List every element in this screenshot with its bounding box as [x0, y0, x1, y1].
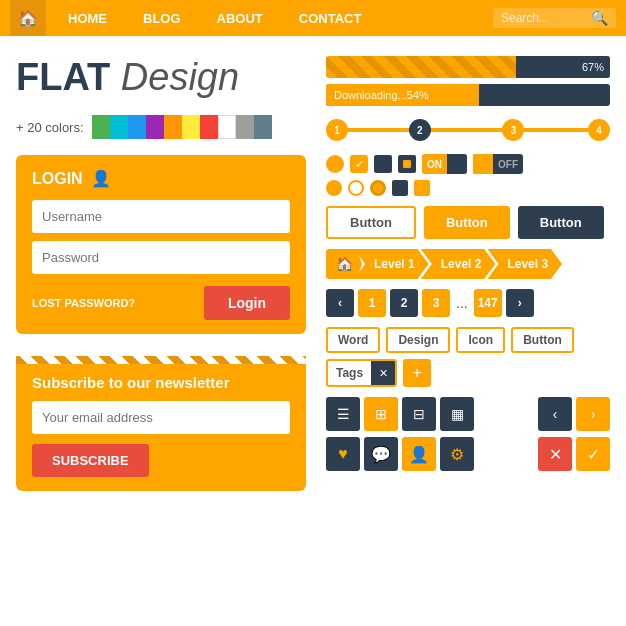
title-section: FLAT Design [16, 56, 306, 99]
button-orange[interactable]: Button [424, 206, 510, 239]
icon-gear[interactable]: ⚙ [440, 437, 474, 471]
pagination-2[interactable]: 2 [390, 289, 418, 317]
confirm-check-button[interactable]: ✓ [576, 437, 610, 471]
toggle-on[interactable]: ON [422, 154, 467, 174]
login-title: LOGIN [32, 170, 83, 188]
pagination-147[interactable]: 147 [474, 289, 502, 317]
swatch-gray [236, 115, 254, 139]
pagination-next[interactable]: › [506, 289, 534, 317]
swatch-blue [128, 115, 146, 139]
swatch-green [92, 115, 110, 139]
icon-chat[interactable]: 💬 [364, 437, 398, 471]
icon-heart[interactable]: ♥ [326, 437, 360, 471]
search-icon[interactable]: 🔍 [591, 10, 608, 26]
swatch-white [218, 115, 236, 139]
swatch-yellow [182, 115, 200, 139]
nav-home[interactable]: HOME [50, 0, 125, 36]
nav-prev-arrow[interactable]: ‹ [538, 397, 572, 431]
button-outline[interactable]: Button [326, 206, 416, 239]
tags-badge: Tags ✕ [326, 359, 397, 387]
swatch-cyan [110, 115, 128, 139]
tag-design[interactable]: Design [386, 327, 450, 353]
bottom-icons-row: ♥ 💬 👤 ⚙ ✕ ✓ [326, 437, 610, 471]
view-grid-sm[interactable]: ⊞ [364, 397, 398, 431]
slider-node-2[interactable]: 2 [409, 119, 431, 141]
download-label: Downloading...54% [334, 89, 429, 101]
checkbox-orange[interactable] [414, 180, 430, 196]
tag-button[interactable]: Button [511, 327, 574, 353]
radio-filled[interactable] [326, 180, 342, 196]
username-input[interactable] [32, 200, 290, 233]
pagination-1[interactable]: 1 [358, 289, 386, 317]
pagination-prev[interactable]: ‹ [326, 289, 354, 317]
password-input[interactable] [32, 241, 290, 274]
buttons-row: Button Button Button [326, 206, 610, 239]
title-design: Design [121, 56, 239, 98]
user-icon: 👤 [91, 169, 111, 188]
confirm-x-button[interactable]: ✕ [538, 437, 572, 471]
login-box: LOGIN 👤 LOST PASSWORD? Login [16, 155, 306, 334]
progress-pct: 67% [582, 61, 604, 73]
toggle-off-square [473, 154, 493, 174]
tag-add-button[interactable]: + [403, 359, 431, 387]
subscribe-email-input[interactable] [32, 401, 290, 434]
pagination-3[interactable]: 3 [422, 289, 450, 317]
subscribe-box: Subscribe to our newsletter SUBSCRIBE [16, 350, 306, 491]
progress-section: 67% Downloading...54% [326, 56, 610, 106]
lost-password-link[interactable]: LOST PASSWORD? [32, 297, 135, 309]
toggle-on-square [447, 154, 467, 174]
tags-remove[interactable]: ✕ [371, 361, 395, 385]
toggle-sq-1[interactable] [374, 155, 392, 173]
breadcrumb-home[interactable]: 🏠 [326, 249, 362, 279]
view-list[interactable]: ☰ [326, 397, 360, 431]
toggle-off[interactable]: OFF [473, 154, 523, 174]
main-content: FLAT Design + 20 colors: LOGIN 👤 [0, 36, 626, 511]
pagination: ‹ 1 2 3 ... 147 › [326, 289, 610, 317]
progress-bar-striped: 67% [326, 56, 610, 78]
view-grid-lg[interactable]: ⊟ [402, 397, 436, 431]
subscribe-stripe [16, 356, 306, 364]
breadcrumb-level3[interactable]: Level 3 [487, 249, 562, 279]
tag-word[interactable]: Word [326, 327, 380, 353]
view-tiles[interactable]: ▦ [440, 397, 474, 431]
slider-node-3[interactable]: 3 [502, 119, 524, 141]
tag-icon[interactable]: Icon [456, 327, 505, 353]
swatch-red [200, 115, 218, 139]
nav-blog[interactable]: BLOG [125, 0, 199, 36]
nav-home-button[interactable]: 🏠 [10, 0, 46, 36]
nav-next-arrow[interactable]: › [576, 397, 610, 431]
breadcrumb-level2[interactable]: Level 2 [421, 249, 496, 279]
slider-node-4[interactable]: 4 [588, 119, 610, 141]
toggle-circle-1[interactable] [326, 155, 344, 173]
slider-track [337, 128, 599, 132]
subscribe-title: Subscribe to our newsletter [32, 374, 290, 391]
title-flat: FLAT [16, 56, 110, 98]
nav-about[interactable]: ABOUT [199, 0, 281, 36]
search-bar: 🔍 [493, 8, 616, 28]
swatch-orange [164, 115, 182, 139]
navbar: 🏠 HOME BLOG ABOUT CONTACT 🔍 [0, 0, 626, 36]
login-button[interactable]: Login [204, 286, 290, 320]
checkbox-dark[interactable] [392, 180, 408, 196]
tags-input-row: Tags ✕ + [326, 359, 610, 387]
slider-container: 1 2 3 4 [326, 116, 610, 144]
pagination-dots: ... [454, 295, 470, 311]
progress-bar-download: Downloading...54% [326, 84, 610, 106]
left-column: FLAT Design + 20 colors: LOGIN 👤 [16, 56, 306, 491]
radio-empty[interactable] [348, 180, 364, 196]
colors-label: + 20 colors: [16, 120, 84, 135]
search-input[interactable] [501, 11, 591, 25]
icon-user[interactable]: 👤 [402, 437, 436, 471]
toggles-row-1: ✓ ON OFF [326, 154, 610, 174]
subscribe-button[interactable]: SUBSCRIBE [32, 444, 149, 477]
toggle-check-1[interactable]: ✓ [350, 155, 368, 173]
view-and-nav-row: ☰ ⊞ ⊟ ▦ ‹ › [326, 397, 610, 431]
color-swatches [92, 115, 272, 139]
swatch-bluegray [254, 115, 272, 139]
nav-contact[interactable]: CONTACT [281, 0, 380, 36]
breadcrumb-level1[interactable]: Level 1 [354, 249, 429, 279]
button-dark[interactable]: Button [518, 206, 604, 239]
radio-selected[interactable] [370, 180, 386, 196]
toggle-sq-2[interactable] [398, 155, 416, 173]
slider-node-1[interactable]: 1 [326, 119, 348, 141]
